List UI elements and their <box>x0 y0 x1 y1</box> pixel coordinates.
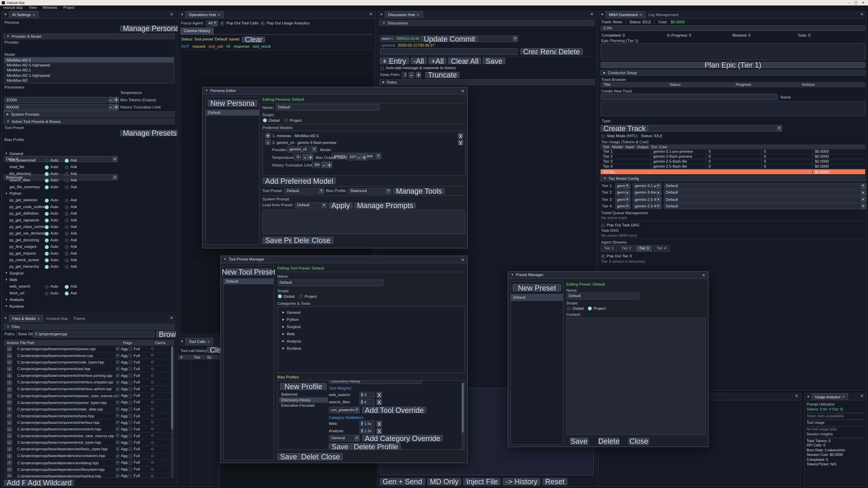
remove-file-button[interactable]: x <box>6 467 12 472</box>
tier-preset-select[interactable]: Default▼ <box>663 183 866 189</box>
remove-file-button[interactable]: x <box>6 413 12 418</box>
tab-ai-settings[interactable]: AI Settings✕ <box>9 11 39 18</box>
category-caret-icon[interactable]: ▼ <box>5 272 9 275</box>
clear-status-button[interactable]: Clear <box>242 36 266 42</box>
full-checkbox[interactable] <box>129 367 132 371</box>
agg-checkbox[interactable] <box>116 474 120 478</box>
bias-profile-item[interactable]: Balanced <box>279 392 328 397</box>
history-limit-decrement-button[interactable]: - <box>108 104 114 110</box>
remove-file-button[interactable]: x <box>6 360 12 365</box>
manage-personas-button[interactable]: Manage Personas <box>120 26 185 32</box>
tool-tree-row[interactable]: ▼ Runtime Auto Ask <box>2 303 176 310</box>
category-caret-icon[interactable]: ▼ <box>5 152 9 155</box>
agg-checkbox[interactable] <box>116 420 120 424</box>
tab-close-icon[interactable]: ✕ <box>207 340 210 344</box>
tab-close-icon[interactable]: ✕ <box>37 317 40 321</box>
entry-button[interactable]: -All <box>410 58 427 64</box>
minimize-icon[interactable]: – <box>848 1 850 4</box>
panel-close-icon[interactable]: ✕ <box>590 12 593 17</box>
panel-close-icon[interactable]: ✕ <box>860 12 864 17</box>
tool-tree-row[interactable]: ▼ run_powershell Auto Ask <box>2 157 176 164</box>
ask-radio[interactable] <box>65 232 69 235</box>
tab-files-media[interactable]: Files & Media✕ <box>9 315 43 322</box>
tool-tree-row[interactable]: ▼ py_find_usages Auto Ask <box>2 243 176 250</box>
manage-prompts-button[interactable]: Manage Prompts <box>354 202 416 208</box>
profile-name-input[interactable]: Discovery-Heavy <box>329 380 422 384</box>
category-override-select[interactable]: General▼ <box>329 435 360 442</box>
agg-checkbox[interactable] <box>116 387 120 391</box>
comms-history-tab[interactable]: Comms History <box>180 28 214 34</box>
temperature-input[interactable]: -0.0 <box>293 154 301 160</box>
keep-pairs-increment-button[interactable]: + <box>416 72 421 78</box>
menu-item[interactable]: manual slop <box>3 6 23 10</box>
manage-tools-button[interactable]: Manage Tools <box>393 188 445 194</box>
menu-item[interactable]: Windows <box>43 6 57 10</box>
tier-model-select[interactable]: gemini-3.1-pro-preview▼ <box>632 183 661 189</box>
tier-preset-select[interactable]: Default▼ <box>663 197 866 203</box>
weight-input[interactable]: 4 <box>359 392 375 398</box>
scope-global-radio[interactable] <box>278 294 282 298</box>
category-row[interactable]: ▶Web <box>278 330 464 337</box>
full-checkbox[interactable] <box>129 467 132 471</box>
discussion-action-button[interactable]: MD Only <box>427 478 461 485</box>
tool-tree-row[interactable]: ▼ Analysis Auto Ask <box>2 297 176 303</box>
discussions-section[interactable]: ▼Discussions <box>379 20 595 26</box>
ask-radio[interactable] <box>65 225 69 229</box>
discussion-action-button[interactable]: -> History <box>503 478 540 485</box>
remove-file-button[interactable]: x <box>6 474 12 478</box>
stream-tab[interactable]: Tier 3 <box>636 245 652 252</box>
tier-preset-select[interactable]: Default▼ <box>663 203 866 209</box>
scope-project-radio[interactable] <box>284 119 288 122</box>
load-from-preset-select[interactable]: Default▼ <box>295 202 327 208</box>
history-limit-input[interactable]: 900000 <box>4 104 107 110</box>
bias-box-scrollbar[interactable] <box>462 382 464 449</box>
tab-context-hub[interactable]: Context Hub <box>43 315 70 322</box>
tab-close-icon[interactable]: ✕ <box>33 13 35 17</box>
full-checkbox[interactable] <box>129 400 132 404</box>
add-wildcard-button[interactable]: Add Wildcard <box>25 480 74 486</box>
update-commit-button[interactable]: Update Commit <box>421 36 478 42</box>
discussion-action-button[interactable]: Gen + Send <box>380 478 425 485</box>
persona-bias-select[interactable]: Balanced▼ <box>348 188 392 194</box>
modal-close-icon[interactable]: ✕ <box>461 89 464 93</box>
stream-tab[interactable]: Tier 1 <box>600 245 617 252</box>
ask-radio[interactable] <box>65 185 69 189</box>
max-output-decrement-button[interactable]: - <box>356 154 362 160</box>
tab-tool-calls[interactable]: Tool Calls✕ <box>185 338 213 345</box>
max-tokens-increment-button[interactable]: + <box>114 97 119 103</box>
tab-close-icon[interactable]: ✕ <box>416 13 419 17</box>
stream-tab[interactable]: Tier 4 <box>653 245 670 252</box>
new-preset-button[interactable]: New Preset <box>513 284 561 291</box>
apply-button[interactable]: Apply <box>329 202 352 208</box>
category-row[interactable]: ▶Runtime <box>278 345 464 352</box>
add-category-override-button[interactable]: Add Category Override <box>362 435 443 442</box>
auto-radio[interactable] <box>45 285 49 289</box>
auto-radio[interactable] <box>45 159 49 162</box>
auto-radio[interactable] <box>45 185 49 189</box>
auto-radio[interactable] <box>45 258 49 262</box>
save-preset-button[interactable]: Save <box>569 437 588 445</box>
tier-provider-select[interactable]: gemini▼ <box>615 190 630 196</box>
tab-operations-hub[interactable]: Operations Hub✕ <box>185 11 223 18</box>
scope-project-radio[interactable] <box>588 306 592 311</box>
new-persona-button[interactable]: New Persona <box>208 100 257 107</box>
model1-expand-button[interactable]: + <box>265 133 271 138</box>
tier-model-select[interactable]: gemini-2.5-flash-lite▼ <box>632 197 661 203</box>
ask-radio[interactable] <box>65 172 69 175</box>
create-track-button[interactable]: Create Track <box>600 125 648 131</box>
base-dir-input[interactable]: C:/projects/gencpp <box>33 331 154 337</box>
full-checkbox[interactable] <box>129 420 132 424</box>
tool-override-select[interactable]: run_powershell▼ <box>329 407 360 413</box>
remove-model2-button[interactable]: x <box>458 139 463 145</box>
tab-discussion-hub[interactable]: Discussion Hub✕ <box>385 11 423 18</box>
collapse-panel-icon[interactable]: ▼ <box>600 13 604 17</box>
tier-model-config-section[interactable]: ▼Tier Model Config <box>600 175 866 182</box>
auto-radio[interactable] <box>45 178 49 182</box>
discussion-action-button[interactable]: Inject File <box>464 478 501 485</box>
tool-tree-row[interactable]: ▼ fetch_url Auto Ask <box>2 290 176 296</box>
agg-checkbox[interactable] <box>116 461 120 464</box>
category-row[interactable]: ▶Surgical <box>278 323 464 330</box>
tool-tree-row[interactable]: ▼ list_directory Auto Ask <box>2 170 176 177</box>
step-mode-checkbox[interactable] <box>601 134 605 138</box>
remove-file-button[interactable]: x <box>6 373 12 378</box>
